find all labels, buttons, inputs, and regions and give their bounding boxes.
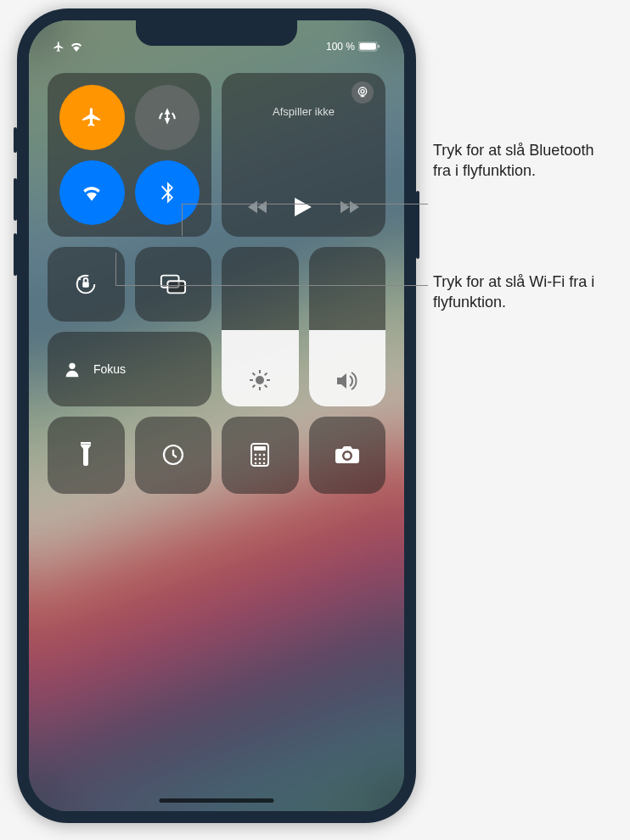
- connectivity-module[interactable]: [48, 73, 211, 237]
- svg-point-23: [255, 454, 257, 456]
- battery-percentage: 100 %: [326, 41, 355, 53]
- flashlight-button[interactable]: [48, 417, 125, 494]
- svg-point-31: [263, 462, 266, 465]
- wifi-status-icon: [70, 42, 83, 52]
- brightness-icon: [249, 369, 271, 391]
- bluetooth-button[interactable]: [135, 160, 200, 226]
- silent-switch: [14, 127, 17, 153]
- controls-row-2: Fokus: [48, 247, 385, 406]
- callout-line-bluetooth: [182, 204, 428, 204]
- svg-rect-2: [378, 45, 380, 48]
- brightness-slider[interactable]: [222, 247, 299, 406]
- media-title: Afspiller ikke: [233, 105, 374, 118]
- camera-button[interactable]: [309, 417, 386, 494]
- svg-point-25: [263, 454, 266, 456]
- svg-point-24: [259, 454, 262, 456]
- svg-point-9: [256, 376, 264, 384]
- callout-bluetooth: Tryk for at slå Bluetooth fra i flyfunkt…: [433, 140, 611, 182]
- svg-point-28: [263, 458, 266, 461]
- svg-point-18: [69, 363, 75, 369]
- previous-track-button[interactable]: [248, 200, 267, 214]
- svg-point-26: [255, 458, 257, 461]
- media-controls: [233, 198, 374, 216]
- focus-button[interactable]: Fokus: [48, 332, 211, 406]
- phone-frame: 100 %: [17, 8, 416, 823]
- play-button[interactable]: [295, 198, 312, 216]
- phone-screen: 100 %: [29, 20, 404, 811]
- person-icon: [63, 360, 82, 378]
- control-center: Afspiller ikke: [48, 73, 385, 494]
- media-module[interactable]: Afspiller ikke: [222, 73, 385, 237]
- power-button: [416, 191, 419, 259]
- status-left: [53, 41, 83, 53]
- focus-label: Fokus: [93, 362, 126, 376]
- timer-button[interactable]: [135, 417, 212, 494]
- controls-row-3: [48, 417, 385, 494]
- airplane-status-icon: [53, 41, 65, 53]
- svg-rect-1: [359, 42, 375, 49]
- svg-line-16: [253, 385, 256, 388]
- airplay-button[interactable]: [352, 81, 374, 104]
- cellular-data-button[interactable]: [135, 85, 200, 150]
- svg-point-27: [259, 458, 262, 461]
- svg-point-3: [361, 90, 364, 93]
- volume-fill: [309, 330, 386, 406]
- svg-point-30: [259, 462, 262, 465]
- volume-icon: [335, 371, 359, 391]
- svg-line-17: [265, 373, 267, 376]
- callout-wifi: Tryk for at slå Wi-Fi fra i flyfunktion.: [433, 272, 611, 313]
- svg-rect-6: [83, 282, 90, 288]
- callout-vline-wifi: [115, 253, 116, 285]
- svg-point-4: [358, 87, 366, 95]
- next-track-button[interactable]: [340, 200, 359, 214]
- svg-point-29: [255, 462, 257, 465]
- volume-up-button: [14, 178, 17, 221]
- volume-down-button: [14, 233, 17, 276]
- status-right: 100 %: [326, 41, 380, 53]
- svg-line-15: [265, 385, 267, 388]
- svg-line-14: [253, 373, 256, 376]
- wifi-button[interactable]: [59, 160, 125, 226]
- callout-vline-bluetooth: [182, 204, 183, 236]
- volume-slider[interactable]: [309, 247, 386, 406]
- screen-mirroring-button[interactable]: [135, 247, 212, 322]
- airplane-mode-button[interactable]: [59, 85, 125, 150]
- svg-rect-8: [167, 281, 185, 293]
- brightness-fill: [222, 330, 299, 406]
- svg-rect-22: [254, 446, 266, 451]
- battery-icon: [358, 42, 380, 52]
- callout-line-wifi: [115, 285, 428, 286]
- calculator-button[interactable]: [222, 417, 299, 494]
- svg-rect-19: [81, 444, 91, 445]
- rotation-lock-button[interactable]: [48, 247, 125, 322]
- notch: [136, 20, 297, 46]
- home-indicator[interactable]: [160, 798, 274, 803]
